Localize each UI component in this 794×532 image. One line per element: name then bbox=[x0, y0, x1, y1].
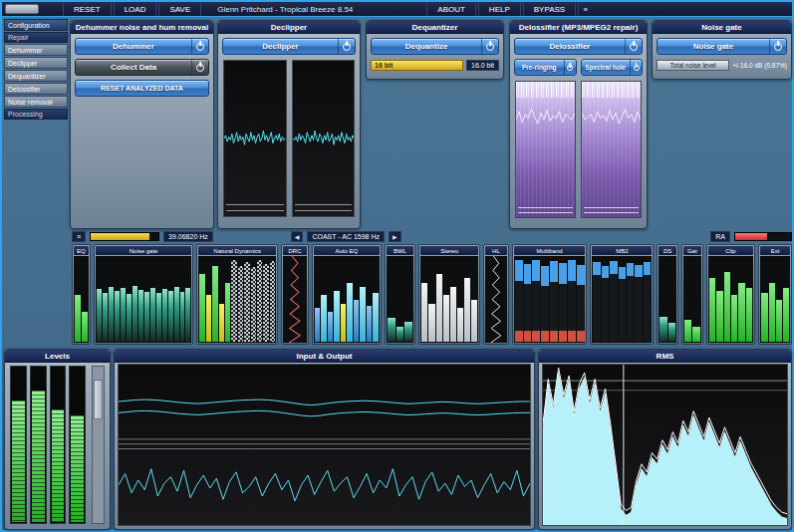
input-output-panel: Input & Output bbox=[114, 349, 535, 530]
module-ext[interactable]: Ext bbox=[758, 244, 792, 345]
total-noise-level-slider[interactable]: Total noise level bbox=[657, 60, 729, 71]
meter-bar bbox=[644, 262, 651, 342]
meter-bar bbox=[347, 283, 352, 343]
declipper-waveform-right bbox=[292, 60, 356, 217]
module-mb2[interactable]: MB2 bbox=[590, 244, 654, 345]
meter-bar bbox=[660, 317, 666, 343]
input-output-display bbox=[118, 364, 531, 526]
sidebar-section-processing[interactable]: Processing bbox=[4, 109, 68, 120]
module-noise-gate[interactable]: Noise gate bbox=[94, 244, 194, 345]
meter-bar bbox=[428, 304, 434, 342]
module-label: Natural Dynamics bbox=[198, 246, 276, 255]
menu-icon[interactable]: ≡ bbox=[72, 231, 86, 242]
declipper-power-icon[interactable] bbox=[338, 39, 355, 54]
meter-bar bbox=[776, 300, 782, 343]
window-title: Glenn Pritchard - Tropical Breeze 8.54 bbox=[203, 2, 367, 16]
meter-bar bbox=[761, 293, 767, 342]
module-meter bbox=[485, 256, 507, 343]
dequantize-power-icon[interactable] bbox=[481, 39, 498, 54]
module-eq[interactable]: EQ bbox=[72, 244, 91, 345]
level-meters bbox=[8, 364, 107, 526]
module-hl[interactable]: HL bbox=[483, 244, 509, 345]
rms-panel: RMS bbox=[538, 349, 792, 530]
module-auto-eq[interactable]: Auto EQ bbox=[312, 244, 382, 345]
noise-gate-power-button[interactable]: Noise gate bbox=[657, 38, 787, 55]
meter-bar bbox=[731, 295, 737, 342]
frequency-meter bbox=[90, 232, 159, 241]
dehummer-power-icon[interactable] bbox=[191, 39, 208, 54]
module-drc[interactable]: DRC bbox=[281, 244, 309, 345]
total-noise-level-value: +/-16.0 dB (0.87%) bbox=[732, 62, 787, 69]
save-menu-button[interactable]: SAVE bbox=[158, 2, 201, 16]
preset-next-button[interactable]: ▶ bbox=[389, 231, 401, 242]
about-menu-button[interactable]: ABOUT bbox=[426, 2, 476, 16]
meter-bar bbox=[692, 327, 699, 342]
module-bwl[interactable]: BWL bbox=[385, 244, 416, 345]
sidebar-item-dehummer[interactable]: Dehummer bbox=[4, 44, 68, 56]
levels-panel: Levels bbox=[4, 349, 111, 530]
sidebar-item-noise-removal[interactable]: Noise removal bbox=[4, 96, 68, 108]
module-clip[interactable]: Clip bbox=[706, 244, 756, 345]
module-label: HL bbox=[485, 246, 507, 255]
delossifier-power-icon[interactable] bbox=[625, 39, 642, 54]
module-label: DRC bbox=[283, 246, 307, 255]
spectral-hole-power-icon[interactable] bbox=[630, 60, 642, 75]
module-multiband[interactable]: Multiband bbox=[512, 244, 588, 345]
spectral-hole-button[interactable]: Spectral hole bbox=[581, 59, 644, 76]
collect-data-label: Collect Data bbox=[76, 60, 191, 75]
preset-name[interactable]: COAST - AC 1598 Hz bbox=[307, 231, 385, 242]
sidebar-item-dequantizer[interactable]: Dequantizer bbox=[4, 70, 68, 82]
meter-bar bbox=[783, 288, 789, 342]
meter-bar bbox=[115, 291, 120, 342]
noise-level-row: Total noise level +/-16.0 dB (0.87%) bbox=[657, 60, 787, 71]
rms-spectrum-display bbox=[542, 364, 788, 526]
reset-menu-button[interactable]: RESET bbox=[63, 2, 112, 16]
bit-depth-slider[interactable]: 16 bit bbox=[371, 60, 463, 71]
collect-data-button[interactable]: Collect Data bbox=[75, 59, 209, 76]
meter-bar bbox=[373, 293, 378, 342]
declipper-power-label: Declipper bbox=[223, 39, 338, 54]
delossifier-power-button[interactable]: Delossifier bbox=[514, 38, 643, 55]
meter-bar bbox=[559, 263, 567, 342]
meter-bar bbox=[568, 260, 576, 342]
help-menu-button[interactable]: HELP bbox=[478, 2, 521, 16]
module-label: Gat bbox=[683, 246, 701, 255]
meter-bar bbox=[225, 283, 230, 343]
dequantize-power-button[interactable]: Dequantize bbox=[371, 38, 499, 55]
module-stereo[interactable]: Stereo bbox=[418, 244, 480, 345]
module-natural-dynamics[interactable]: Natural Dynamics bbox=[196, 244, 278, 345]
bypass-arrow-icon[interactable]: » bbox=[578, 2, 592, 16]
sidebar-section-repair[interactable]: Repair bbox=[4, 32, 68, 43]
menubar-gap bbox=[367, 2, 426, 16]
sidebar-item-declipper[interactable]: Declipper bbox=[4, 57, 68, 69]
preset-prev-button[interactable]: ◀ bbox=[291, 231, 304, 242]
load-menu-button[interactable]: LOAD bbox=[114, 2, 157, 16]
collect-data-power-icon[interactable] bbox=[191, 60, 208, 75]
module-label: Clip bbox=[708, 246, 754, 255]
declipper-waveform-left bbox=[223, 60, 287, 217]
declipper-displays bbox=[223, 60, 355, 217]
reset-analyzed-data-button[interactable]: RESET ANALYZED DATA bbox=[75, 80, 209, 97]
sidebar-item-delossifier[interactable]: Delossifier bbox=[4, 83, 68, 95]
pre-ringing-button[interactable]: Pre-ringing bbox=[514, 59, 577, 76]
menubar-spacer bbox=[592, 2, 792, 16]
meter-bar bbox=[270, 261, 275, 342]
meter-bar bbox=[724, 272, 730, 342]
module-ds[interactable]: DS bbox=[657, 244, 678, 345]
levels-scrollbar[interactable] bbox=[92, 366, 105, 524]
noise-gate-power-icon[interactable] bbox=[769, 39, 786, 54]
input-output-panel-title: Input & Output bbox=[115, 350, 534, 363]
dehummer-power-button[interactable]: Dehummer bbox=[75, 38, 209, 55]
pre-ringing-power-icon[interactable] bbox=[564, 60, 576, 75]
module-gat[interactable]: Gat bbox=[681, 244, 703, 345]
declipper-power-button[interactable]: Declipper bbox=[222, 38, 356, 55]
reset-analyzed-data-label: RESET ANALYZED DATA bbox=[76, 81, 208, 96]
ra-meter-fill bbox=[735, 233, 767, 240]
ra-label: RA bbox=[710, 231, 730, 242]
bypass-menu-button[interactable]: BYPASS bbox=[523, 2, 576, 16]
module-meter bbox=[96, 256, 192, 343]
meter-bar bbox=[716, 291, 722, 342]
module-label: MB2 bbox=[592, 246, 652, 255]
module-meter bbox=[708, 256, 754, 343]
meter-bar bbox=[185, 288, 190, 342]
